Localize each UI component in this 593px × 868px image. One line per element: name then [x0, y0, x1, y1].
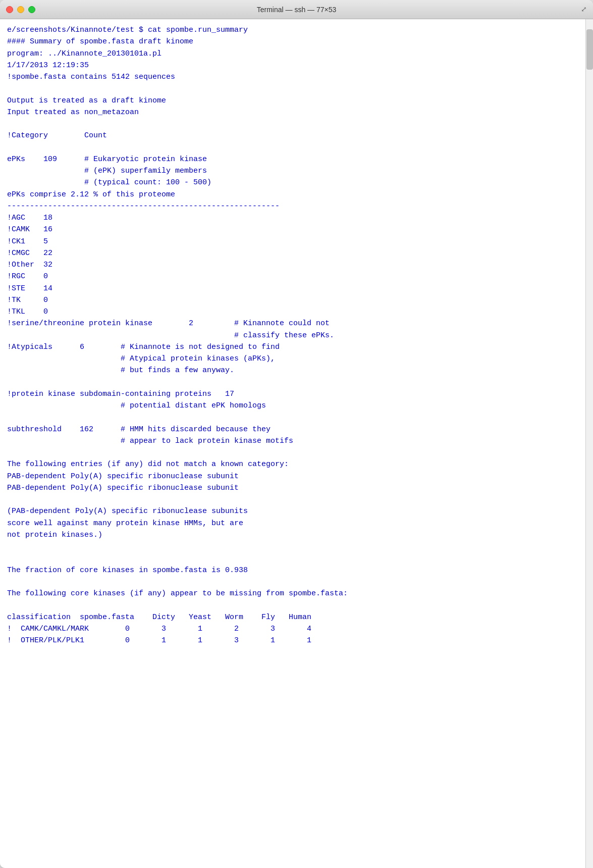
close-button[interactable]: [6, 6, 13, 13]
window-title: Terminal — ssh — 77×53: [257, 6, 337, 14]
scrollbar-thumb[interactable]: [586, 29, 593, 70]
maximize-button[interactable]: [28, 6, 35, 13]
minimize-button[interactable]: [17, 6, 24, 13]
scrollbar[interactable]: [585, 19, 593, 868]
resize-icon[interactable]: ⤢: [581, 5, 587, 14]
titlebar: Terminal — ssh — 77×53 ⤢: [0, 0, 593, 19]
terminal-content: e/screenshots/Kinannote/test $ cat spomb…: [7, 24, 586, 646]
terminal-body[interactable]: e/screenshots/Kinannote/test $ cat spomb…: [0, 19, 593, 868]
terminal-window: Terminal — ssh — 77×53 ⤢ e/screenshots/K…: [0, 0, 593, 868]
traffic-lights: [6, 6, 35, 13]
